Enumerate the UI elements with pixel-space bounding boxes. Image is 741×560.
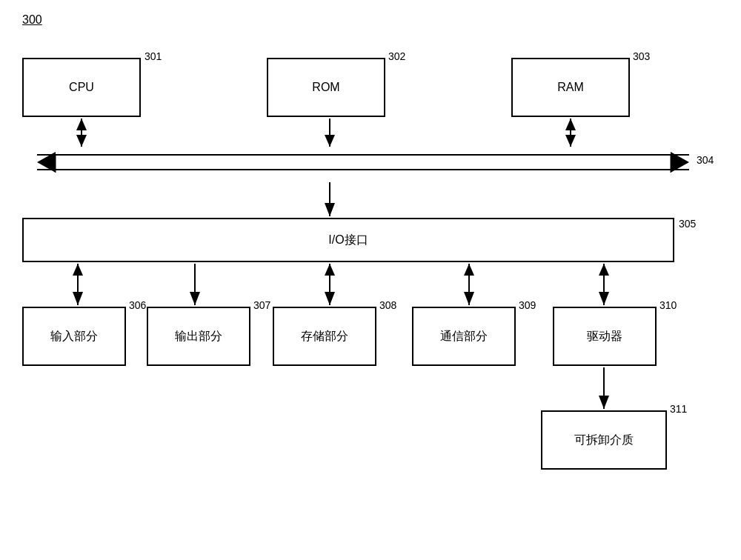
svg-marker-15 — [325, 203, 335, 216]
io-to-comm-arrow — [458, 262, 480, 307]
output-ref: 307 — [253, 299, 270, 311]
driver-label: 驱动器 — [587, 329, 622, 344]
bus-ref: 304 — [697, 154, 714, 166]
driver-ref: 310 — [659, 299, 677, 311]
diagram-title: 300 — [22, 13, 42, 27]
comm-ref: 309 — [519, 299, 536, 311]
io-to-driver-arrow — [593, 262, 615, 307]
rom-to-bus-arrow — [319, 117, 341, 148]
removable-label: 可拆卸介质 — [574, 433, 634, 448]
svg-marker-10 — [325, 135, 335, 147]
driver-box: 驱动器 — [553, 307, 657, 366]
rom-box: ROM — [267, 58, 385, 117]
output-box: 输出部分 — [147, 307, 250, 366]
storage-label: 存储部分 — [301, 329, 348, 344]
storage-box: 存储部分 — [273, 307, 376, 366]
cpu-to-bus-arrow — [70, 117, 93, 148]
cpu-ref: 301 — [144, 50, 162, 62]
bus-to-io-arrow — [319, 181, 341, 218]
svg-marker-22 — [325, 264, 335, 276]
storage-ref: 308 — [379, 299, 396, 311]
io-ref: 305 — [679, 218, 696, 230]
svg-marker-17 — [73, 264, 83, 276]
svg-marker-8 — [76, 135, 87, 147]
output-label: 输出部分 — [175, 329, 222, 344]
svg-marker-12 — [565, 119, 576, 130]
cpu-box: CPU — [22, 58, 141, 117]
svg-marker-28 — [599, 264, 609, 276]
svg-marker-18 — [73, 292, 83, 305]
svg-marker-20 — [190, 292, 200, 305]
io-label: I/O接口 — [328, 233, 368, 248]
ram-label: RAM — [557, 81, 584, 94]
svg-marker-25 — [464, 264, 474, 276]
svg-marker-29 — [599, 292, 609, 305]
io-box: I/O接口 — [22, 218, 674, 262]
svg-marker-13 — [565, 135, 576, 147]
ram-ref: 303 — [633, 50, 650, 62]
cpu-label: CPU — [69, 81, 94, 94]
removable-ref: 311 — [670, 403, 687, 415]
comm-box: 通信部分 — [412, 307, 516, 366]
diagram: 300 CPU 301 ROM 302 RAM 303 304 — [0, 0, 741, 560]
rom-ref: 302 — [388, 50, 405, 62]
input-ref: 306 — [129, 299, 146, 311]
io-to-output-arrow — [184, 262, 206, 307]
svg-marker-23 — [325, 292, 335, 305]
ram-box: RAM — [511, 58, 630, 117]
removable-box: 可拆卸介质 — [541, 410, 667, 470]
io-to-input-arrow — [67, 262, 89, 307]
svg-marker-7 — [76, 119, 87, 130]
input-label: 输入部分 — [50, 329, 98, 344]
comm-label: 通信部分 — [440, 329, 488, 344]
io-to-storage-arrow — [319, 262, 341, 307]
ram-to-bus-arrow — [559, 117, 582, 148]
svg-marker-26 — [464, 292, 474, 305]
rom-label: ROM — [312, 81, 339, 94]
driver-to-removable-arrow — [593, 366, 615, 410]
svg-marker-31 — [599, 396, 609, 409]
bus-arrow — [15, 144, 711, 181]
input-box: 输入部分 — [22, 307, 126, 366]
